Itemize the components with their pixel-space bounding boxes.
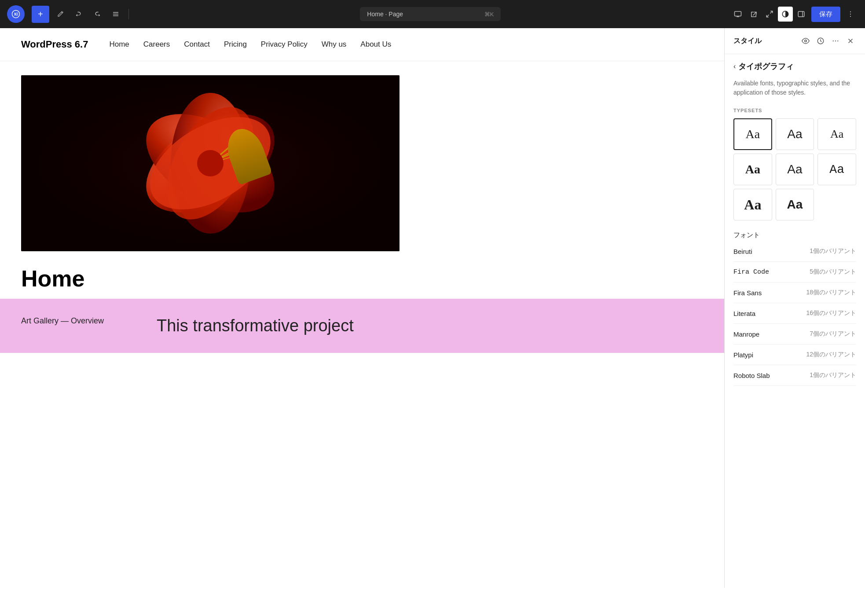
font-row-firasans[interactable]: Fira Sans 18個のバリアント [733, 282, 856, 303]
sidebar-header: スタイル [725, 28, 865, 54]
nav-why-us[interactable]: Why us [322, 40, 347, 49]
font-name-beiruti: Beiruti [733, 248, 752, 255]
keyboard-shortcut: ⌘K [484, 11, 494, 18]
typeset-item-3[interactable]: Aa [817, 118, 856, 150]
toolbar-center: Home · Page ⌘K [134, 7, 727, 21]
panel-description: Available fonts, typographic styles, and… [733, 79, 856, 97]
site-title: WordPress 6.7 [21, 39, 88, 50]
toolbar: + Home · Page ⌘K [0, 0, 865, 28]
font-row-literata[interactable]: Literata 16個のバリアント [733, 303, 856, 324]
external-link-button[interactable] [746, 7, 761, 22]
site-nav: Home Careers Contact Pricing Privacy Pol… [109, 40, 391, 49]
panel-title: タイポグラフィ [738, 61, 794, 72]
typesets-label: TYPESETS [733, 108, 856, 113]
eye-icon-button[interactable] [800, 35, 811, 47]
sidebar-close-button[interactable] [845, 35, 856, 47]
contrast-button[interactable] [778, 7, 793, 22]
page-heading: Home [21, 265, 703, 292]
svg-point-24 [805, 40, 807, 42]
svg-point-28 [837, 40, 838, 41]
pink-left: Art Gallery — Overview [21, 316, 136, 326]
url-bar[interactable]: Home · Page ⌘K [360, 7, 501, 21]
toolbar-separator [128, 9, 129, 19]
typeset-item-7[interactable]: Aa [733, 189, 772, 220]
view-icons [730, 7, 809, 22]
site-header: WordPress 6.7 Home Careers Contact Prici… [0, 28, 724, 61]
svg-point-20 [242, 145, 246, 149]
font-variants-manrope: 7個のバリアント [810, 330, 856, 338]
font-name-firasans: Fira Sans [733, 289, 762, 297]
font-row-robotoslab[interactable]: Roboto Slab 1個のバリアント [733, 365, 856, 386]
svg-point-4 [850, 11, 851, 12]
nav-privacy-policy[interactable]: Privacy Policy [261, 40, 308, 49]
resize-button[interactable] [762, 7, 777, 22]
nav-contact[interactable]: Contact [184, 40, 210, 49]
svg-point-6 [850, 16, 851, 17]
sidebar: スタイル ‹ タイポグラフィ [724, 28, 865, 588]
typeset-aa-4: Aa [745, 162, 760, 176]
svg-point-26 [833, 40, 834, 41]
nav-home[interactable]: Home [109, 40, 129, 49]
desktop-view-button[interactable] [730, 7, 745, 22]
font-row-beiruti[interactable]: Beiruti 1個のバリアント [733, 241, 856, 262]
redo-button[interactable] [90, 7, 105, 22]
font-name-manrope: Manrope [733, 330, 759, 338]
svg-point-14 [240, 134, 244, 138]
svg-point-22 [247, 150, 250, 153]
typeset-item-4[interactable]: Aa [733, 154, 772, 185]
url-text: Home · Page [367, 11, 403, 18]
toolbar-right: 保存 [730, 7, 858, 22]
svg-point-5 [850, 14, 851, 15]
font-variants-platypi: 12個のバリアント [806, 351, 856, 359]
svg-rect-2 [798, 11, 804, 17]
wordpress-logo[interactable] [7, 5, 25, 23]
typesets-grid: Aa Aa Aa Aa Aa Aa Aa [733, 118, 856, 220]
history-icon-button[interactable] [815, 35, 826, 47]
font-row-manrope[interactable]: Manrope 7個のバリアント [733, 324, 856, 345]
typeset-item-5[interactable]: Aa [776, 154, 814, 185]
back-navigation[interactable]: ‹ タイポグラフィ [733, 61, 856, 72]
page-content: WordPress 6.7 Home Careers Contact Prici… [0, 28, 724, 588]
undo-button[interactable] [71, 7, 86, 22]
nav-careers[interactable]: Careers [143, 40, 170, 49]
hero-image [21, 75, 400, 251]
font-row-platypi[interactable]: Platypi 12個のバリアント [733, 345, 856, 365]
more-options-button[interactable] [843, 7, 858, 22]
font-variants-robotoslab: 1個のバリアント [810, 371, 856, 379]
pink-right: This transformative project [157, 316, 703, 335]
save-button[interactable]: 保存 [811, 7, 840, 22]
typography-panel: ‹ タイポグラフィ Available fonts, typographic s… [725, 54, 865, 588]
typeset-item-1[interactable]: Aa [733, 118, 772, 150]
add-block-button[interactable]: + [32, 6, 49, 23]
font-name-robotoslab: Roboto Slab [733, 372, 770, 379]
typeset-item-6[interactable]: Aa [817, 154, 856, 185]
typeset-aa-1: Aa [746, 127, 760, 141]
svg-point-23 [197, 150, 224, 176]
sidebar-title: スタイル [733, 37, 762, 46]
typeset-aa-8: Aa [787, 198, 803, 212]
hero-image-wrap [0, 61, 724, 251]
nav-about-us[interactable]: About Us [360, 40, 391, 49]
pink-section: Art Gallery — Overview This transformati… [0, 299, 724, 353]
svg-rect-0 [735, 11, 741, 16]
list-view-button[interactable] [108, 7, 123, 22]
svg-point-27 [835, 40, 836, 41]
typeset-item-2[interactable]: Aa [776, 118, 814, 150]
page-heading-section: Home [0, 251, 724, 299]
pen-icon-button[interactable] [53, 7, 68, 22]
svg-point-18 [245, 141, 248, 144]
back-chevron-icon: ‹ [733, 62, 736, 70]
typeset-item-8[interactable]: Aa [776, 189, 814, 220]
typeset-aa-5: Aa [787, 162, 802, 176]
nav-pricing[interactable]: Pricing [224, 40, 247, 49]
typeset-aa-6: Aa [829, 163, 844, 176]
font-name-firacode: Fira Code [733, 268, 769, 276]
font-row-firacode[interactable]: Fira Code 5個のバリアント [733, 262, 856, 282]
font-name-platypi: Platypi [733, 351, 753, 359]
sidebar-more-button[interactable] [830, 35, 841, 47]
panel-toggle-button[interactable] [794, 7, 809, 22]
font-name-literata: Literata [733, 310, 755, 317]
font-variants-firasans: 18個のバリアント [806, 289, 856, 297]
art-gallery-title: Art Gallery — Overview [21, 316, 136, 326]
sidebar-header-icons [800, 35, 856, 47]
